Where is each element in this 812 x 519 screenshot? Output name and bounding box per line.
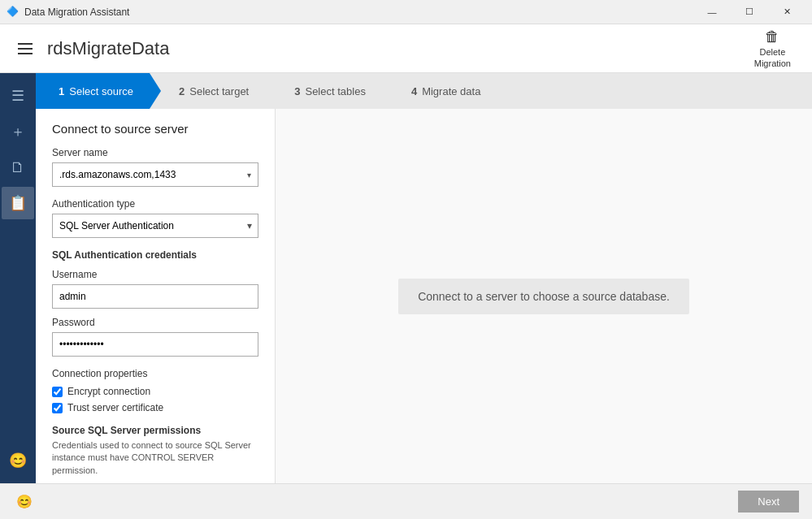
- step-3-num: 3: [294, 85, 300, 97]
- app-footer: 😊 Next: [0, 483, 812, 519]
- step-1-arrow: [150, 73, 161, 109]
- minimize-button[interactable]: —: [693, 0, 731, 24]
- encrypt-connection-row: Encrypt connection: [52, 386, 258, 397]
- content-area: 1 Select source 2 Select target 3 Select…: [36, 73, 812, 483]
- auth-type-group: Authentication type SQL Server Authentic…: [52, 198, 258, 238]
- maximize-button[interactable]: ☐: [731, 0, 768, 24]
- form-panel: Connect to source server Server name ▾ A…: [36, 109, 276, 483]
- assessments-icon: 📋: [9, 194, 27, 212]
- step-3: 3 Select tables: [265, 73, 382, 109]
- app-icon: 🔷: [7, 6, 20, 19]
- home-icon: ☰: [11, 87, 24, 105]
- step-1: 1 Select source: [36, 73, 150, 109]
- delete-icon: 🗑: [765, 28, 779, 45]
- plus-icon: ＋: [11, 122, 25, 141]
- server-name-group: Server name ▾: [52, 147, 258, 187]
- permissions-section: Source SQL Server permissions Credential…: [52, 425, 258, 477]
- footer-left: 😊: [13, 491, 36, 513]
- connect-title: Connect to source server: [52, 122, 258, 136]
- server-name-input[interactable]: [59, 169, 247, 180]
- auth-type-select[interactable]: SQL Server Authentication Windows Authen…: [52, 214, 258, 238]
- delete-label: Delete: [759, 47, 785, 57]
- trust-cert-checkbox[interactable]: [52, 403, 63, 413]
- sidebar-item-new[interactable]: ＋: [2, 115, 34, 148]
- app-container: rdsMigrateData 🗑 Delete Migration ☰ ＋ 🗋 …: [0, 24, 812, 519]
- step-wizard: 1 Select source 2 Select target 3 Select…: [36, 73, 812, 109]
- sidebar-item-home[interactable]: ☰: [2, 80, 34, 112]
- password-label: Password: [52, 317, 258, 328]
- step-2-arrow: [265, 73, 276, 109]
- delete-migration-button[interactable]: 🗑 Delete Migration: [746, 24, 799, 73]
- step-3-label: Select tables: [305, 85, 365, 97]
- sidebar: ☰ ＋ 🗋 📋 😊: [0, 73, 36, 483]
- hamburger-button[interactable]: [13, 37, 37, 61]
- right-panel: Connect to a server to choose a source d…: [276, 109, 812, 483]
- credentials-group: SQL Authentication credentials Username …: [52, 249, 258, 357]
- next-button[interactable]: Next: [738, 491, 799, 513]
- close-button[interactable]: ✕: [768, 0, 805, 24]
- hamburger-line: [18, 53, 33, 54]
- connection-props-group: Connection properties Encrypt connection…: [52, 368, 258, 413]
- auth-type-select-wrapper: SQL Server Authentication Windows Authen…: [52, 214, 258, 238]
- trust-cert-label: Trust server certificate: [67, 402, 163, 413]
- step-2: 2 Select target: [150, 73, 265, 109]
- content-body: Connect to source server Server name ▾ A…: [36, 109, 812, 483]
- smiley-button[interactable]: 😊: [13, 491, 36, 513]
- username-input[interactable]: [52, 284, 258, 309]
- step-2-num: 2: [179, 85, 185, 97]
- step-2-label: Select target: [189, 85, 249, 97]
- permissions-text: Credentials used to connect to source SQ…: [52, 439, 258, 477]
- main-content: ☰ ＋ 🗋 📋 😊 1 Select sou: [0, 73, 812, 483]
- encrypt-connection-label: Encrypt connection: [67, 386, 150, 397]
- step-4-num: 4: [411, 85, 417, 97]
- placeholder-message: Connect to a server to choose a source d…: [398, 279, 689, 314]
- server-name-input-wrapper[interactable]: ▾: [52, 162, 258, 187]
- title-bar-text: Data Migration Assistant: [24, 6, 693, 18]
- auth-type-label: Authentication type: [52, 198, 258, 210]
- app-header: rdsMigrateData 🗑 Delete Migration: [0, 24, 812, 73]
- step-1-label: Select source: [69, 85, 133, 97]
- window-controls: — ☐ ✕: [693, 0, 805, 24]
- step-4-label: Migrate data: [422, 85, 480, 97]
- password-input[interactable]: [52, 332, 258, 357]
- username-label: Username: [52, 269, 258, 280]
- encrypt-connection-checkbox[interactable]: [52, 387, 63, 397]
- sidebar-item-assessments[interactable]: 📋: [2, 187, 34, 219]
- credentials-label: SQL Authentication credentials: [52, 249, 258, 261]
- permissions-title: Source SQL Server permissions: [52, 425, 258, 436]
- sidebar-bottom: 😊: [2, 444, 34, 477]
- sidebar-item-feedback[interactable]: 😊: [2, 444, 34, 477]
- sidebar-item-open[interactable]: 🗋: [2, 151, 34, 184]
- hamburger-line: [18, 48, 33, 50]
- open-icon: 🗋: [11, 159, 25, 176]
- feedback-icon: 😊: [9, 452, 27, 469]
- step-1-num: 1: [59, 85, 64, 97]
- app-title: rdsMigrateData: [47, 38, 746, 59]
- server-name-label: Server name: [52, 147, 258, 158]
- step-3-arrow: [382, 73, 393, 109]
- server-name-dropdown-arrow[interactable]: ▾: [247, 171, 251, 179]
- connection-props-label: Connection properties: [52, 368, 258, 379]
- migration-label: Migration: [754, 58, 791, 68]
- hamburger-line: [18, 43, 33, 45]
- trust-cert-row: Trust server certificate: [52, 402, 258, 413]
- title-bar: 🔷 Data Migration Assistant — ☐ ✕: [0, 0, 812, 24]
- step-4: 4 Migrate data: [382, 73, 497, 109]
